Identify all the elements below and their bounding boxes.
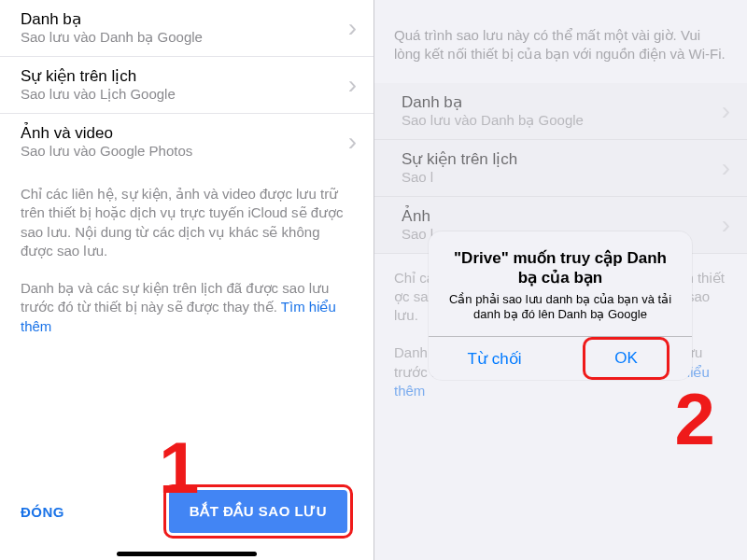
list-title: Sự kiện trên lịch — [402, 149, 714, 169]
alert-message: Cần phải sao lưu danh bạ của bạn và tải … — [444, 292, 677, 324]
list-item-contacts[interactable]: Danh bạ Sao lưu vào Danh bạ Google › — [0, 0, 374, 57]
list-subtitle: Sao lưu vào Danh bạ Google — [21, 29, 341, 47]
close-button[interactable]: ĐÓNG — [21, 504, 64, 520]
list-item-contacts[interactable]: Danh bạ Sao lưu vào Danh bạ Google › — [374, 83, 747, 140]
list-title: Danh bạ — [21, 9, 341, 29]
deny-button[interactable]: Từ chối — [429, 337, 560, 380]
chevron-right-icon: › — [348, 15, 357, 41]
panel-step-2: Quá trình sao lưu này có thể mất một vài… — [374, 0, 747, 560]
list-subtitle: Sao lưu vào Danh bạ Google — [402, 112, 714, 130]
backup-list: Danh bạ Sao lưu vào Danh bạ Google › Sự … — [0, 0, 374, 170]
chevron-right-icon: › — [722, 212, 730, 238]
backup-list: Danh bạ Sao lưu vào Danh bạ Google › Sự … — [374, 83, 747, 254]
highlight-start-backup: BẮT ĐẦU SAO LƯU — [163, 484, 353, 539]
alert-title: "Drive" muốn truy cập Danh bạ của bạn — [444, 248, 677, 288]
info-text-2: Danh bạ và các sự kiện trên lịch đã được… — [0, 264, 374, 340]
list-subtitle: Sao lưu vào Lịch Google — [21, 86, 341, 104]
start-backup-button[interactable]: BẮT ĐẦU SAO LƯU — [169, 490, 347, 533]
footer-bar: ĐÓNG BẮT ĐẦU SAO LƯU — [0, 469, 374, 546]
list-title: Ảnh và video — [21, 123, 341, 143]
list-subtitle: Sao lưu vào Google Photos — [21, 143, 341, 161]
list-item-photos[interactable]: Ảnh và video Sao lưu vào Google Photos › — [0, 114, 374, 170]
list-item-calendar[interactable]: Sự kiện trên lịch Sao l › — [374, 140, 747, 197]
list-title: Ảnh — [402, 206, 714, 226]
chevron-right-icon: › — [722, 155, 730, 181]
panel-step-1: Danh bạ Sao lưu vào Danh bạ Google › Sự … — [0, 0, 374, 560]
chevron-right-icon: › — [348, 72, 357, 98]
chevron-right-icon: › — [348, 129, 357, 155]
panel-divider — [374, 0, 374, 560]
list-title: Sự kiện trên lịch — [21, 66, 341, 86]
list-title: Danh bạ — [402, 92, 714, 112]
highlight-ok: OK — [583, 337, 669, 380]
list-subtitle: Sao l — [402, 169, 714, 187]
chevron-right-icon: › — [722, 98, 730, 124]
alert-buttons: Từ chối OK — [429, 336, 692, 380]
list-item-calendar[interactable]: Sự kiện trên lịch Sao lưu vào Lịch Googl… — [0, 57, 374, 114]
ok-button[interactable]: OK — [588, 342, 664, 375]
permission-alert: "Drive" muốn truy cập Danh bạ của bạn Cầ… — [429, 231, 692, 380]
intro-text: Quá trình sao lưu này có thể mất một vài… — [374, 0, 747, 83]
home-indicator — [117, 552, 257, 556]
info-text-1: Chỉ các liên hệ, sự kiện, ảnh và video đ… — [0, 170, 374, 264]
